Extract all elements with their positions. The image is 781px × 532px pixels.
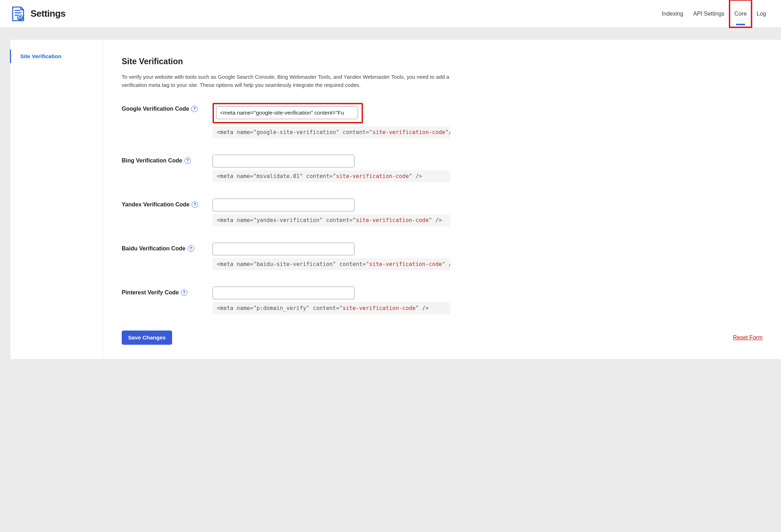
field-pinterest: Pinterest Verify Code ? <meta name="p:do… bbox=[122, 287, 763, 314]
app-logo-icon bbox=[10, 6, 26, 22]
field-google: Google Verification Code ? <meta name="g… bbox=[122, 103, 763, 138]
settings-content: Site Verification To verify your website… bbox=[103, 40, 781, 359]
tab-indexing[interactable]: Indexing bbox=[657, 0, 688, 27]
highlight-google-input bbox=[213, 103, 363, 123]
section-title: Site Verification bbox=[122, 57, 763, 66]
pinterest-code-input[interactable] bbox=[213, 287, 354, 299]
tab-core[interactable]: Core bbox=[730, 0, 752, 27]
help-icon[interactable]: ? bbox=[188, 245, 194, 252]
field-bing: Bing Verification Code ? <meta name="msv… bbox=[122, 155, 763, 182]
brand: Settings bbox=[10, 6, 66, 22]
label-pinterest: Pinterest Verify Code ? bbox=[122, 287, 205, 296]
form-actions: Save Changes Reset Form bbox=[122, 331, 763, 345]
tab-api-settings[interactable]: API Settings bbox=[688, 0, 730, 27]
yandex-code-input[interactable] bbox=[213, 199, 354, 211]
section-description: To verify your website with tools such a… bbox=[122, 73, 455, 89]
hint-google: <meta name="google-site-verification" co… bbox=[213, 126, 450, 138]
label-baidu: Baidu Verification Code ? bbox=[122, 243, 205, 252]
label-yandex: Yandex Verification Code ? bbox=[122, 199, 205, 208]
field-yandex: Yandex Verification Code ? <meta name="y… bbox=[122, 199, 763, 226]
hint-pinterest: <meta name="p:domain_verify" content="si… bbox=[213, 302, 450, 314]
svg-rect-5 bbox=[20, 16, 20, 19]
sidebar-item-site-verification[interactable]: Site Verification bbox=[10, 50, 103, 63]
label-bing: Bing Verification Code ? bbox=[122, 155, 205, 164]
settings-sidebar: Site Verification bbox=[10, 40, 103, 359]
top-header: Settings Indexing API Settings Core Log bbox=[0, 0, 781, 28]
svg-rect-4 bbox=[18, 17, 19, 19]
hint-baidu: <meta name="baidu-site-verification" con… bbox=[213, 258, 450, 270]
tab-log[interactable]: Log bbox=[752, 0, 771, 27]
page-title: Settings bbox=[31, 8, 66, 19]
baidu-code-input[interactable] bbox=[213, 243, 354, 255]
hint-yandex: <meta name="yandex-verification" content… bbox=[213, 214, 450, 226]
help-icon[interactable]: ? bbox=[192, 201, 198, 208]
bing-code-input[interactable] bbox=[213, 155, 354, 167]
field-baidu: Baidu Verification Code ? <meta name="ba… bbox=[122, 243, 763, 270]
svg-rect-6 bbox=[21, 17, 22, 19]
google-code-input[interactable] bbox=[216, 106, 358, 119]
hint-bing: <meta name="msvalidate.01" content="site… bbox=[213, 170, 450, 182]
help-icon[interactable]: ? bbox=[185, 157, 191, 164]
header-tabs: Indexing API Settings Core Log bbox=[657, 0, 771, 27]
help-icon[interactable]: ? bbox=[191, 106, 198, 112]
help-icon[interactable]: ? bbox=[181, 289, 187, 296]
label-google: Google Verification Code ? bbox=[122, 103, 205, 112]
reset-form-link[interactable]: Reset Form bbox=[733, 334, 763, 341]
save-button[interactable]: Save Changes bbox=[122, 331, 172, 345]
main-panel: Site Verification Site Verification To v… bbox=[10, 40, 781, 359]
